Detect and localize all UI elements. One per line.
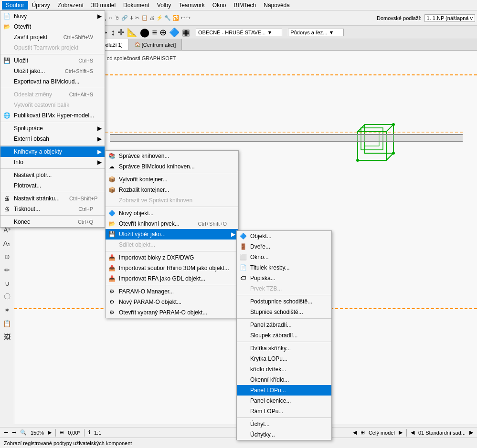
menu-bimtech[interactable]: BIMTech: [230, 1, 260, 10]
menu-dokument[interactable]: Dokument: [119, 1, 153, 10]
bt-cursor[interactable]: ⊕: [60, 429, 64, 436]
sidebar-icon18[interactable]: ✶: [1, 304, 13, 316]
ulozit-icon: 💾: [2, 57, 11, 64]
sub-sep3: [237, 342, 331, 342]
bt-zoom[interactable]: 🔍: [20, 429, 27, 436]
knihovny-sdilet-objekt: Sdílet objekt...: [106, 240, 238, 250]
menu-tisknout[interactable]: 🖨 Tisknout... Ctrl+P: [0, 204, 105, 214]
menu-plotrovat[interactable]: Plotrovat...: [0, 180, 105, 191]
knihovny-zobrazit-spravci: Zobrazit ve Správci knihoven: [106, 195, 238, 206]
bt-grid[interactable]: ⊞: [360, 429, 365, 436]
knihovny-import-dxf[interactable]: 📥 Importovat bloky z DXF/DWG: [106, 252, 238, 263]
bt-model-mode[interactable]: Celý model: [369, 430, 395, 436]
tisknout-icon: 🖨: [2, 206, 11, 212]
menu-ulozit-jako[interactable]: Uložit jako... Ctrl+Shift+S: [0, 66, 105, 76]
sub-okenni-kridlo[interactable]: Okenní křídlo...: [237, 375, 331, 385]
bt-floor-arrow-left[interactable]: ◀: [411, 429, 414, 436]
menu-napoveda[interactable]: Nápověda: [260, 1, 294, 10]
bt-percent[interactable]: 150%: [31, 430, 44, 436]
bt-sep3: [406, 429, 407, 437]
sub-okno[interactable]: ⬜ Okno...: [237, 252, 331, 262]
knihovny-otevrit-prvek[interactable]: 📂 Otevřít knihovní prvek... Ctrl+Shift+O: [106, 219, 238, 229]
sub-panel-okenice[interactable]: Panel okenice...: [237, 396, 331, 406]
sub-popiska-icon: 🏷: [239, 275, 247, 281]
info-arrow: ▶: [97, 159, 102, 166]
knihovny-import-rhino[interactable]: 📥 Importovat soubor Rhino 3DM jako objek…: [106, 263, 238, 273]
bt-scale: 1:1: [94, 430, 101, 436]
menu-nastavit-stranku[interactable]: 🖨 Nastavit stránku... Ctrl+Shift+P: [0, 193, 105, 204]
knihovny-otevrit-paramo[interactable]: ⚙ Otevřít vybraný PARAM-O objekt...: [106, 307, 238, 318]
menu-exportovat[interactable]: Exportovat na BIMcloud...: [0, 76, 105, 87]
bt-floor-arrow-right[interactable]: ▶: [469, 429, 473, 436]
bt-info[interactable]: ℹ: [88, 429, 90, 436]
sub-uchyt[interactable]: Úchyt...: [237, 419, 331, 429]
knihovny-ulozit-vybere-jako[interactable]: 💾 Uložit výběr jako... ▶: [106, 229, 238, 240]
sidebar-icon20[interactable]: 🖼: [1, 331, 13, 343]
knihovny-vytvorit-kontejner[interactable]: 📦 Vytvořit kontejner...: [106, 174, 238, 185]
menu-konec[interactable]: Konec Ctrl+Q: [0, 217, 105, 227]
sub-ram-lopu[interactable]: Rám LOPu...: [237, 406, 331, 417]
menu-zobrazeni[interactable]: Zobrazení: [54, 1, 87, 10]
knihovny-spravce[interactable]: 📚 Správce knihoven...: [106, 151, 238, 161]
menu-zavrit-projekt[interactable]: Zavřít projekt Ctrl+Shift+W: [0, 32, 105, 42]
k-sep3: [106, 251, 238, 251]
knihovny-import-rfa[interactable]: 📥 Importovat RFA jako GDL objekt...: [106, 273, 238, 284]
bt-back[interactable]: ⬅: [4, 429, 8, 436]
menu-info[interactable]: Info ▶: [0, 157, 105, 167]
sub-panel-lopu[interactable]: Panel LOPu...: [237, 385, 331, 396]
menu-3dmodel[interactable]: 3D model: [87, 1, 119, 10]
menu-otevrit[interactable]: 📂 Otevřít: [0, 21, 105, 32]
menu-spoluprace[interactable]: Spolupráce ▶: [0, 123, 105, 134]
sidebar-icon13[interactable]: A₁: [1, 238, 13, 249]
sidebar-icon17[interactable]: 〇: [1, 291, 13, 302]
sidebar-icon19[interactable]: 📋: [1, 318, 13, 329]
sub-uchytky[interactable]: Úchytky...: [237, 429, 331, 440]
bt-forward[interactable]: ➡: [12, 429, 16, 436]
menu-novy[interactable]: 📄 Nový ▶: [0, 11, 105, 21]
sidebar-icon15[interactable]: ✏: [1, 264, 13, 276]
status-text: Zobrazí registrované podtypy uživatelský…: [4, 440, 132, 446]
menu-okno[interactable]: Okno: [209, 1, 230, 10]
sub-titulek-icon: 📄: [239, 264, 247, 271]
sub-popiska[interactable]: 🏷 Popiska...: [237, 273, 331, 283]
svg-point-8: [392, 123, 395, 126]
menu-teamwork[interactable]: Teamwork: [175, 1, 209, 10]
sub-sloupek-zabradli[interactable]: Sloupek zábradlí...: [237, 330, 331, 341]
sub-objekt[interactable]: 🔷 Objekt...: [237, 231, 331, 241]
pudorys-dropdown[interactable]: Půdorys a řez... ▼: [288, 29, 344, 36]
tab-centrum[interactable]: 🏠 [Centrum akcí]: [129, 39, 182, 50]
knihovny-spravce-bimcloud[interactable]: ☁ Správce BIMcloud knihoven...: [106, 161, 238, 172]
sub-stupnice[interactable]: Stupnice schodiště...: [237, 307, 331, 317]
sub-panel-zabradli[interactable]: Panel zábradlí...: [237, 320, 331, 330]
knihovny-paramo-manager[interactable]: ⚙ PARAM-O Manager...: [106, 286, 238, 297]
knihovny-novy-objekt[interactable]: 🔷 Nový objekt...: [106, 208, 238, 219]
menu-soubor[interactable]: Soubor: [2, 1, 28, 10]
obecne-dropdown[interactable]: OBECNÉ - HRUBÉ STAVE... ▼: [196, 29, 282, 36]
sub-titulek-kresby[interactable]: 📄 Titulek kresby...: [237, 262, 331, 273]
spravce-bimcloud-icon: ☁: [107, 163, 116, 170]
sub-dvere[interactable]: 🚪 Dveře...: [237, 241, 331, 252]
knihovny-rozbalit-kontejner[interactable]: 📦 Rozbalit kontejner...: [106, 185, 238, 195]
externi-arrow: ▶: [97, 135, 102, 142]
sub-podstupnice[interactable]: Podstupnice schodiště...: [237, 296, 331, 307]
sub-dvirka-skrinky[interactable]: Dvířka skříňky...: [237, 343, 331, 354]
sidebar-icon16[interactable]: ∪: [1, 278, 13, 289]
sub-kridlo-dvirek[interactable]: křídlo dvířek...: [237, 364, 331, 375]
menu-ulozit[interactable]: 💾 Uložit Ctrl+S: [0, 55, 105, 66]
menu-nastavit-plotr[interactable]: Nastavit plotr...: [0, 170, 105, 180]
sidebar-icon14[interactable]: ⊙: [1, 251, 13, 262]
tisknout-shortcut: Ctrl+P: [69, 206, 93, 212]
menu-externi-obsah[interactable]: Externí obsah ▶: [0, 134, 105, 144]
menu-knihovny-objekty[interactable]: Knihovny a objekty ▶: [0, 146, 105, 157]
sub-krytka-lopu[interactable]: Krytka LOPu...: [237, 354, 331, 364]
bt-arrow-right[interactable]: ▶: [399, 429, 403, 436]
knihovny-novy-paramo[interactable]: ⚙ Nový PARAM-O objekt...: [106, 297, 238, 307]
k-sep4: [106, 285, 238, 285]
import-rfa-icon: 📥: [107, 275, 116, 282]
bt-arrow-left[interactable]: ◀: [353, 429, 357, 436]
menu-volby[interactable]: Volby: [153, 1, 175, 10]
bt-arrow[interactable]: ▶: [48, 429, 52, 436]
bt-sep2: [84, 429, 85, 437]
menu-publikovat-bimx[interactable]: 🌐 Publikovat BIMx Hyper-model...: [0, 110, 105, 121]
menu-upravy[interactable]: Úpravy: [28, 1, 54, 10]
